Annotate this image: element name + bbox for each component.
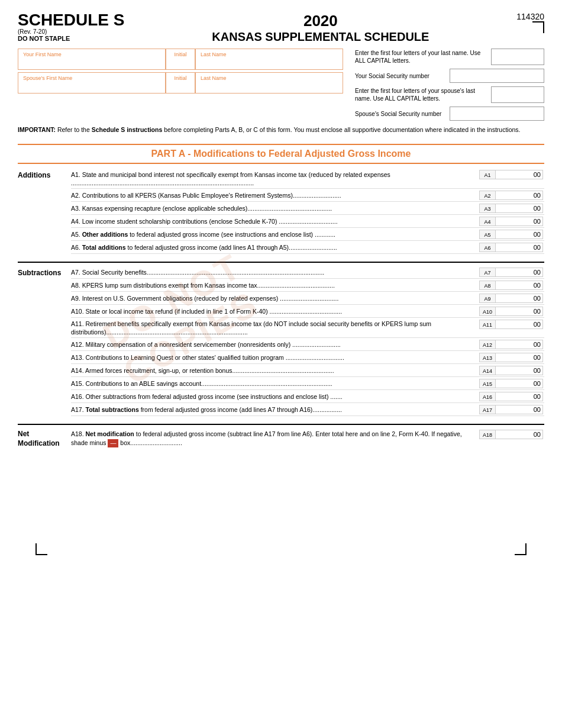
line-a14-code: A14 [479, 366, 496, 375]
line-a11-text: A11. Retirement benefits specifically ex… [71, 320, 479, 336]
line-a17-code: A17 [479, 405, 496, 414]
ssn-input[interactable] [450, 69, 544, 83]
line-a6-code: A6 [479, 243, 496, 252]
line-a6: A6. Total additions to federal adjusted … [71, 243, 544, 254]
spouse-first-name-label: Spouse's First Name [21, 74, 163, 82]
spouse-ssn-label: Spouse's Social Security number [355, 110, 446, 118]
line-a7-input[interactable]: 00 [496, 268, 543, 277]
spouse-four-letters-input[interactable] [491, 86, 544, 103]
line-a14-text: A14. Armed forces recruitment, sign-up, … [71, 366, 479, 375]
line-a13-code: A13 [479, 353, 496, 362]
line-a14-input[interactable]: 00 [496, 366, 543, 375]
line-a7: A7. Social Security benefits............… [71, 268, 544, 279]
line-a17: A17. Total subtractions from federal adj… [71, 405, 544, 416]
line-a6-text: A6. Total additions to federal adjusted … [71, 243, 479, 252]
line-a2-input[interactable]: 00 [496, 191, 543, 200]
spouse-initial-field[interactable]: Initial [166, 72, 195, 94]
spouse-four-letters-label: Enter the first four letters of your spo… [355, 87, 487, 102]
line-a2-code: A2 [479, 191, 496, 200]
line-a13-input[interactable]: 00 [496, 353, 543, 362]
subtractions-lines: A7. Social Security benefits............… [71, 268, 544, 418]
four-letters-label: Enter the first four letters of your las… [355, 49, 487, 65]
line-a3-code: A3 [479, 204, 496, 213]
your-initial-label: Initial [169, 50, 192, 59]
spouse-initial-label: Initial [169, 74, 192, 82]
line-a6-code-value: A6 00 [479, 243, 544, 252]
line-a5: A5. Other additions to federal adjusted … [71, 230, 544, 241]
line-a17-input[interactable]: 00 [496, 405, 543, 414]
line-a8-input[interactable]: 00 [496, 281, 543, 290]
additions-divider [18, 262, 544, 263]
line-a10: A10. State or local income tax refund (i… [71, 307, 544, 318]
net-mod-row: NetModification A18. Net modification to… [18, 430, 544, 448]
corner-mark-bottom-right [515, 543, 527, 555]
line-a11-input[interactable]: 00 [496, 320, 543, 329]
line-a6-input[interactable]: 00 [496, 243, 543, 252]
line-a17-text: A17. Total subtractions from federal adj… [71, 405, 479, 414]
line-a9-text: A9. Interest on U.S. Government obligati… [71, 294, 479, 302]
line-a12-input[interactable]: 00 [496, 340, 543, 349]
line-a3-input[interactable]: 00 [496, 204, 543, 213]
line-a5-text: A5. Other additions to federal adjusted … [71, 230, 479, 239]
line-a12: A12. Military compensation of a nonresid… [71, 340, 544, 351]
line-a18-code-value: A18 00 [479, 430, 544, 439]
line-a2: A2. Contributions to all KPERS (Kansas P… [71, 191, 544, 202]
center-header: 2020 KANSAS SUPPLEMENTAL SCHEDULE [124, 12, 516, 44]
line-a13-code-value: A13 00 [479, 353, 544, 362]
subtractions-section: Subtractions A7. Social Security benefit… [18, 268, 544, 418]
line-a18-code: A18 [479, 430, 496, 439]
line-a15-code: A15 [479, 379, 496, 388]
line-a10-input[interactable]: 00 [496, 307, 543, 316]
line-a4: A4. Low income student scholarship contr… [71, 217, 544, 228]
line-a10-text: A10. State or local income tax refund (i… [71, 307, 479, 315]
line-a7-text: A7. Social Security benefits............… [71, 268, 479, 276]
line-a8-code: A8 [479, 281, 496, 290]
net-mod-section-label: NetModification [18, 430, 71, 448]
line-a17-code-value: A17 00 [479, 405, 544, 414]
line-a9: A9. Interest on U.S. Government obligati… [71, 294, 544, 305]
line-a16-code: A16 [479, 392, 496, 401]
net-label: NetModification [18, 430, 71, 448]
line-a5-code-value: A5 00 [479, 230, 544, 239]
bottom-spacer [18, 449, 544, 567]
line-a7-code-value: A7 00 [479, 268, 544, 277]
line-a10-code-value: A10 00 [479, 307, 544, 316]
line-a8: A8. KPERS lump sum distributions exempt … [71, 281, 544, 292]
line-a16: A16. Other subtractions from federal adj… [71, 392, 544, 403]
net-modification-section: NetModification A18. Net modification to… [18, 424, 544, 448]
line-a3-code-value: A3 00 [479, 204, 544, 213]
spouse-last-name-label: Last Name [198, 74, 340, 82]
additions-label: Additions [18, 170, 71, 179]
line-a11-code-value: A11 00 [479, 320, 544, 329]
line-a3-text: A3. Kansas expensing recapture (enclose … [71, 204, 479, 212]
minus-box: — [108, 439, 118, 447]
ssn-fields-container: Enter the first four letters of your las… [355, 49, 544, 121]
spouse-last-name-field[interactable]: Last Name [195, 72, 343, 94]
subtractions-label: Subtractions [18, 268, 71, 277]
line-a16-code-value: A16 00 [479, 392, 544, 401]
line-a4-code: A4 [479, 217, 496, 226]
line-a9-input[interactable]: 00 [496, 294, 543, 303]
spouse-first-name-field[interactable]: Spouse's First Name [18, 72, 166, 94]
line-a16-input[interactable]: 00 [496, 392, 543, 401]
schedule-title: SCHEDULE S [18, 12, 124, 28]
line-a15: A15. Contributions to an ABLE savings ac… [71, 379, 544, 390]
line-a15-text: A15. Contributions to an ABLE savings ac… [71, 379, 479, 388]
line-a4-text: A4. Low income student scholarship contr… [71, 217, 479, 226]
your-first-name-field[interactable]: Your First Name [18, 49, 166, 70]
line-a18-input[interactable]: 00 [496, 430, 543, 439]
your-initial-field[interactable]: Initial [166, 49, 195, 70]
line-a4-input[interactable]: 00 [496, 217, 543, 226]
your-last-name-field[interactable]: Last Name [195, 49, 343, 70]
spouse-ssn-input[interactable] [450, 107, 544, 121]
line-a8-code-value: A8 00 [479, 281, 544, 290]
important-text: IMPORTANT: Refer to the Schedule S instr… [18, 125, 544, 134]
line-a2-code-value: A2 00 [479, 191, 544, 200]
line-a1-text: A1. State and municipal bond interest no… [71, 170, 479, 187]
spouse-four-letters-row: Enter the first four letters of your spo… [355, 86, 544, 103]
line-a15-input[interactable]: 00 [496, 379, 543, 388]
line-a5-input[interactable]: 00 [496, 230, 543, 239]
line-a1-input[interactable]: 00 [496, 170, 543, 179]
line-a1: A1. State and municipal bond interest no… [71, 170, 544, 189]
four-letters-input[interactable] [491, 49, 544, 65]
